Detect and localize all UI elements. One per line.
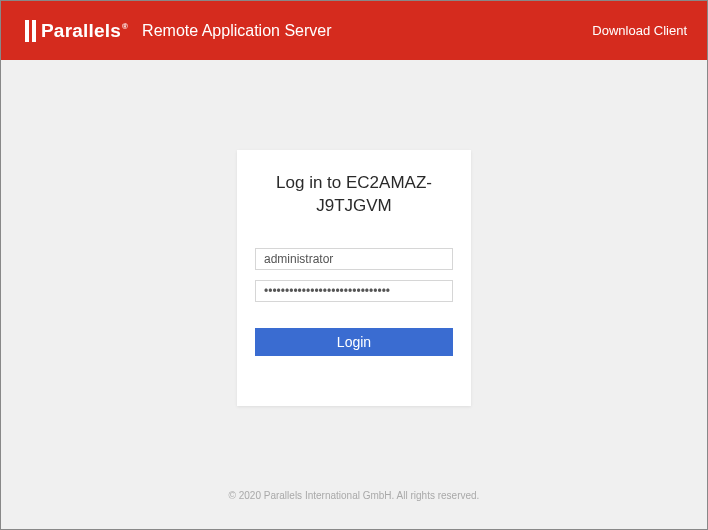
header-bar: Parallels® Remote Application Server Dow… xyxy=(1,1,707,60)
login-button[interactable]: Login xyxy=(255,328,453,356)
brand-logo: Parallels® xyxy=(25,20,128,42)
parallels-bars-icon xyxy=(25,20,36,42)
login-card: Log in to EC2AMAZ-J9TJGVM Login xyxy=(237,150,471,406)
footer-copyright: © 2020 Parallels International GmbH. All… xyxy=(1,490,707,501)
password-input[interactable] xyxy=(255,280,453,302)
download-client-link[interactable]: Download Client xyxy=(592,23,687,38)
brand-name: Parallels® xyxy=(41,20,128,42)
main-area: Log in to EC2AMAZ-J9TJGVM Login xyxy=(1,60,707,406)
product-name: Remote Application Server xyxy=(142,22,331,40)
header-left: Parallels® Remote Application Server xyxy=(25,20,332,42)
login-title: Log in to EC2AMAZ-J9TJGVM xyxy=(255,172,453,218)
username-input[interactable] xyxy=(255,248,453,270)
